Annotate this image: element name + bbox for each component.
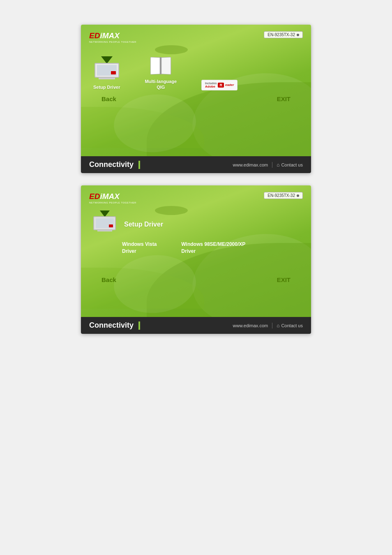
- windows-vista-line2: Driver: [122, 248, 157, 255]
- logo-2: EDiMAX NETWORKING PEOPLE TOGETHER: [89, 192, 136, 204]
- windows-vista-line1: Windows Vista: [122, 241, 157, 248]
- panel-2-nav: Back EXIT: [89, 271, 303, 288]
- panel-2-main: EDiMAX NETWORKING PEOPLE TOGETHER EN-923…: [81, 185, 311, 317]
- panel-1-header: EDiMAX NETWORKING PEOPLE TOGETHER EN-923…: [89, 31, 303, 43]
- footer-2-connectivity: Connectivity: [89, 321, 140, 330]
- icons-row: Setup Driver Multi-language QIG Includes…: [89, 51, 303, 90]
- footer-bar: [138, 161, 140, 169]
- website-url-2: www.edimax.com: [233, 323, 268, 328]
- windows-98se-driver-option[interactable]: Windows 98SE/ME/2000/XP Driver: [181, 241, 245, 255]
- contact-us-text: Contact us: [281, 162, 303, 167]
- logo-white-part: iMAX: [100, 31, 120, 40]
- driver-options-row: Windows Vista Driver Windows 98SE/ME/200…: [89, 233, 303, 255]
- footer-connectivity: Connectivity: [89, 160, 140, 169]
- panel-1-main: EDiMAX NETWORKING PEOPLE TOGETHER EN-923…: [81, 25, 311, 156]
- logo-2-text: EDiMAX: [89, 192, 136, 201]
- panel-1: EDiMAX NETWORKING PEOPLE TOGETHER EN-923…: [81, 25, 311, 173]
- adobe-r-badge: R: [218, 83, 224, 88]
- model-badge-dot: [297, 34, 299, 36]
- panel-2-header: EDiMAX NETWORKING PEOPLE TOGETHER EN-923…: [89, 192, 303, 204]
- computer-icon: [95, 63, 119, 81]
- connectivity-text-2: Connectivity: [89, 321, 134, 330]
- setup-driver-row: Setup Driver: [89, 212, 303, 233]
- back-button[interactable]: Back: [101, 95, 116, 102]
- computer-body: [95, 63, 119, 78]
- adobe-reader-text: eader: [225, 83, 234, 87]
- contact-us-link-2[interactable]: ⌂ Contact us: [277, 323, 303, 328]
- adobe-includes-text: IncludesAdobe: [205, 82, 217, 88]
- computer-body-2: [93, 216, 116, 230]
- computer-slot-2: [109, 224, 113, 227]
- computer-base: [99, 78, 115, 79]
- back-button-2[interactable]: Back: [101, 276, 116, 283]
- windows-98se-line2: Driver: [181, 248, 245, 255]
- contact-us-text-2: Contact us: [281, 323, 303, 328]
- computer-slot: [111, 71, 116, 74]
- book-right: [161, 57, 171, 74]
- connectivity-text: Connectivity: [89, 160, 134, 169]
- logo: EDiMAX NETWORKING PEOPLE TOGETHER: [89, 31, 136, 43]
- qig-icon-item[interactable]: Multi-language QIG: [145, 56, 177, 90]
- logo-text: EDiMAX: [89, 31, 136, 40]
- panel-1-footer: Connectivity www.edimax.com ⌂ Contact us: [81, 156, 311, 173]
- contact-us-link[interactable]: ⌂ Contact us: [277, 162, 303, 168]
- logo-2-subtitle: NETWORKING PEOPLE TOGETHER: [89, 201, 136, 204]
- model-number: EN-9235TX-32: [267, 32, 295, 37]
- setup-driver-icon-item[interactable]: Setup Driver: [93, 63, 120, 90]
- footer-2-right: www.edimax.com ⌂ Contact us: [233, 323, 303, 328]
- logo-subtitle: NETWORKING PEOPLE TOGETHER: [89, 41, 136, 43]
- model-badge-2: EN-9235TX-32: [264, 192, 303, 199]
- panel-2: EDiMAX NETWORKING PEOPLE TOGETHER EN-923…: [81, 185, 311, 334]
- setup-driver-title: Setup Driver: [124, 221, 163, 228]
- footer-divider-2: [272, 323, 272, 328]
- setup-driver-label: Setup Driver: [93, 84, 120, 90]
- adobe-icon-item[interactable]: IncludesAdobe R eader: [201, 80, 238, 90]
- computer-base-2: [97, 230, 112, 231]
- website-url: www.edimax.com: [233, 162, 268, 167]
- book-left: [150, 57, 160, 74]
- computer-icon-2: [93, 216, 116, 233]
- model-number-2: EN-9235TX-32: [267, 193, 295, 198]
- home-icon-2: ⌂: [277, 323, 279, 328]
- exit-button-2[interactable]: EXIT: [277, 276, 291, 283]
- footer-bar-2: [138, 321, 140, 330]
- logo-2-red-part: ED: [89, 192, 100, 201]
- panel-1-nav: Back EXIT: [89, 90, 303, 107]
- windows-vista-driver-option[interactable]: Windows Vista Driver: [122, 241, 157, 255]
- exit-button[interactable]: EXIT: [277, 95, 291, 102]
- book-icon: [150, 56, 171, 75]
- footer-right: www.edimax.com ⌂ Contact us: [233, 162, 303, 168]
- model-badge-dot-2: [297, 194, 299, 197]
- model-badge: EN-9235TX-32: [264, 31, 303, 38]
- logo-red-part: ED: [89, 31, 100, 40]
- adobe-badge: IncludesAdobe R eader: [201, 80, 238, 90]
- wave-decoration-2: [81, 107, 204, 148]
- windows-98se-line1: Windows 98SE/ME/2000/XP: [181, 241, 245, 248]
- home-icon: ⌂: [277, 162, 279, 168]
- logo-2-white-part: iMAX: [100, 192, 120, 201]
- qig-label: Multi-language QIG: [145, 79, 177, 90]
- panel-2-footer: Connectivity www.edimax.com ⌂ Contact us: [81, 317, 311, 334]
- footer-divider: [272, 162, 272, 168]
